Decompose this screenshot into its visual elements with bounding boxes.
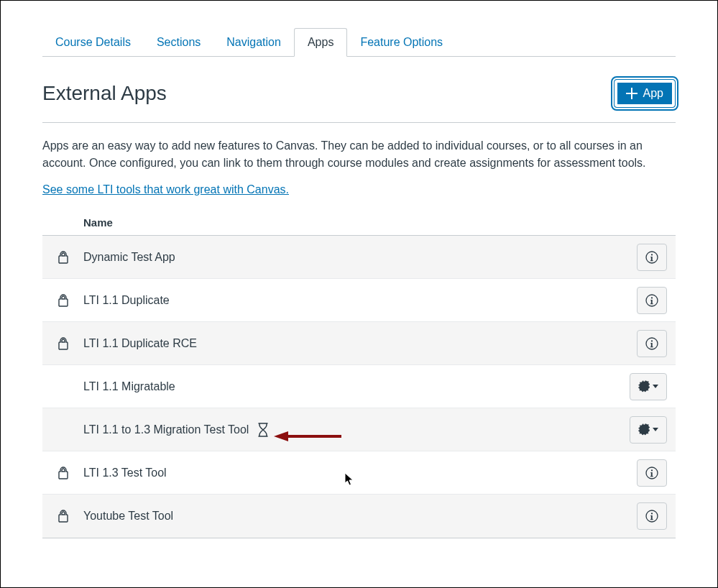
external-apps-table: Name Dynamic Test AppLTI 1.1 DuplicateLT…: [42, 211, 676, 538]
app-name: LTI 1.3 Test Tool: [83, 467, 167, 479]
table-header: Name: [42, 211, 676, 236]
app-name-cell: LTI 1.3 Test Tool: [83, 467, 628, 479]
tab-feature-options[interactable]: Feature Options: [347, 29, 456, 56]
table-row: LTI 1.1 Migratable: [42, 365, 676, 408]
action-cell: [628, 373, 671, 400]
info-icon: [645, 251, 658, 264]
action-cell: [628, 287, 671, 314]
app-name: LTI 1.1 to 1.3 Migration Test Tool: [83, 423, 249, 436]
plus-icon: [626, 88, 638, 99]
action-cell: [628, 330, 671, 357]
svg-point-3: [651, 297, 653, 298]
svg-point-7: [651, 469, 653, 471]
add-app-label: App: [643, 87, 663, 100]
svg-point-5: [651, 340, 653, 341]
info-icon: [645, 337, 658, 350]
app-settings-button[interactable]: [630, 373, 667, 400]
tab-apps[interactable]: Apps: [294, 28, 347, 57]
table-row: LTI 1.1 to 1.3 Migration Test Tool: [42, 408, 676, 451]
tab-navigation[interactable]: Navigation: [213, 29, 294, 56]
apps-description: Apps are an easy way to add new features…: [42, 137, 676, 172]
lti-tools-link[interactable]: See some LTI tools that work great with …: [42, 183, 289, 196]
app-info-button[interactable]: [637, 244, 667, 271]
app-info-button[interactable]: [637, 287, 667, 314]
table-row: LTI 1.1 Duplicate: [42, 279, 676, 322]
gear-icon: [638, 380, 650, 392]
svg-point-1: [651, 254, 653, 255]
app-name: LTI 1.1 Duplicate RCE: [83, 337, 197, 350]
lock-icon: [57, 467, 69, 479]
lock-cell: [42, 467, 83, 479]
lock-cell: [42, 510, 83, 523]
lock-icon: [57, 510, 69, 523]
table-row: Dynamic Test App: [42, 236, 676, 279]
column-header-name: Name: [42, 216, 113, 229]
app-name-cell: LTI 1.1 Duplicate RCE: [83, 337, 628, 350]
app-name: Youtube Test Tool: [83, 510, 173, 523]
lock-icon: [57, 251, 69, 264]
app-info-button[interactable]: [637, 330, 667, 357]
info-icon: [645, 510, 658, 523]
app-name: LTI 1.1 Migratable: [83, 380, 175, 393]
action-cell: [628, 244, 671, 271]
app-name-cell: LTI 1.1 to 1.3 Migration Test Tool: [83, 423, 628, 437]
tab-course-details[interactable]: Course Details: [42, 29, 144, 56]
app-name-cell: Dynamic Test App: [83, 251, 628, 264]
app-name-cell: Youtube Test Tool: [83, 510, 628, 523]
chevron-down-icon: [653, 385, 658, 388]
info-icon: [645, 294, 658, 307]
app-info-button[interactable]: [637, 502, 667, 530]
app-info-button[interactable]: [637, 459, 667, 487]
action-cell: [628, 459, 671, 487]
app-settings-button[interactable]: [630, 416, 667, 444]
tab-sections[interactable]: Sections: [144, 29, 213, 56]
action-cell: [628, 502, 671, 530]
settings-tabs: Course Details Sections Navigation Apps …: [42, 28, 676, 57]
info-icon: [645, 467, 658, 479]
app-name: Dynamic Test App: [83, 251, 175, 264]
app-name-cell: LTI 1.1 Duplicate: [83, 294, 628, 307]
lock-cell: [42, 337, 83, 350]
chevron-down-icon: [653, 428, 658, 431]
lock-cell: [42, 294, 83, 307]
app-name: LTI 1.1 Duplicate: [83, 294, 170, 307]
table-row: LTI 1.1 Duplicate RCE: [42, 322, 676, 365]
svg-point-9: [651, 513, 653, 514]
gear-icon: [638, 423, 650, 436]
table-row: LTI 1.3 Test Tool: [42, 451, 676, 495]
lock-icon: [57, 294, 69, 307]
lock-cell: [42, 251, 83, 264]
lock-icon: [57, 337, 69, 350]
add-app-button[interactable]: App: [614, 79, 676, 108]
app-name-cell: LTI 1.1 Migratable: [83, 380, 628, 393]
page-title: External Apps: [42, 82, 167, 105]
action-cell: [628, 416, 671, 444]
table-row: Youtube Test Tool: [42, 495, 676, 538]
hourglass-icon: [257, 423, 269, 437]
